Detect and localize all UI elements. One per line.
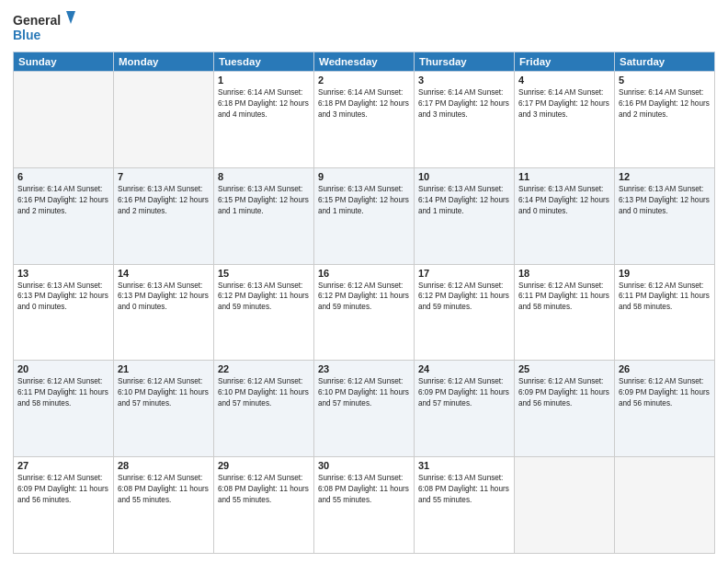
day-info: Sunrise: 6:13 AM Sunset: 6:08 PM Dayligh… [418, 473, 510, 506]
calendar-day-header: Sunday [14, 52, 114, 72]
day-info: Sunrise: 6:12 AM Sunset: 6:08 PM Dayligh… [118, 473, 210, 506]
day-info: Sunrise: 6:12 AM Sunset: 6:10 PM Dayligh… [118, 376, 210, 409]
page-header: General Blue [13, 9, 715, 46]
calendar-day-cell: 26Sunrise: 6:12 AM Sunset: 6:09 PM Dayli… [615, 361, 715, 457]
day-info: Sunrise: 6:13 AM Sunset: 6:16 PM Dayligh… [118, 184, 210, 217]
calendar-week-row: 20Sunrise: 6:12 AM Sunset: 6:11 PM Dayli… [14, 361, 715, 457]
day-info: Sunrise: 6:13 AM Sunset: 6:15 PM Dayligh… [218, 184, 310, 217]
calendar-day-cell: 11Sunrise: 6:13 AM Sunset: 6:14 PM Dayli… [515, 167, 615, 264]
day-info: Sunrise: 6:12 AM Sunset: 6:11 PM Dayligh… [17, 376, 109, 409]
day-info: Sunrise: 6:14 AM Sunset: 6:18 PM Dayligh… [218, 87, 310, 121]
day-number: 29 [218, 460, 310, 471]
calendar-day-cell: 14Sunrise: 6:13 AM Sunset: 6:13 PM Dayli… [114, 264, 214, 361]
day-number: 17 [418, 268, 510, 279]
day-number: 27 [17, 460, 109, 471]
calendar-day-cell [615, 457, 715, 554]
calendar-day-cell: 28Sunrise: 6:12 AM Sunset: 6:08 PM Dayli… [114, 457, 214, 554]
day-number: 12 [619, 171, 711, 182]
calendar-day-cell: 23Sunrise: 6:12 AM Sunset: 6:10 PM Dayli… [314, 361, 415, 457]
day-info: Sunrise: 6:12 AM Sunset: 6:11 PM Dayligh… [619, 281, 711, 314]
calendar-day-cell: 1Sunrise: 6:14 AM Sunset: 6:18 PM Daylig… [214, 72, 314, 168]
svg-marker-2 [66, 11, 75, 24]
svg-text:General: General [13, 13, 61, 28]
day-number: 28 [118, 460, 210, 471]
calendar-day-header: Saturday [615, 52, 715, 72]
day-info: Sunrise: 6:12 AM Sunset: 6:08 PM Dayligh… [218, 473, 310, 506]
day-info: Sunrise: 6:14 AM Sunset: 6:17 PM Dayligh… [518, 87, 610, 121]
calendar-day-cell: 24Sunrise: 6:12 AM Sunset: 6:09 PM Dayli… [415, 361, 515, 457]
calendar-day-cell: 5Sunrise: 6:14 AM Sunset: 6:16 PM Daylig… [615, 72, 715, 168]
day-number: 7 [118, 171, 210, 182]
day-number: 30 [318, 460, 410, 471]
calendar-day-cell: 2Sunrise: 6:14 AM Sunset: 6:18 PM Daylig… [314, 72, 415, 168]
day-number: 5 [619, 75, 711, 86]
day-number: 3 [418, 75, 510, 86]
logo: General Blue [13, 9, 77, 46]
calendar-week-row: 1Sunrise: 6:14 AM Sunset: 6:18 PM Daylig… [14, 72, 715, 168]
calendar-day-cell: 13Sunrise: 6:13 AM Sunset: 6:13 PM Dayli… [14, 264, 114, 361]
day-number: 6 [17, 171, 109, 182]
day-number: 4 [518, 75, 610, 86]
calendar-day-header: Friday [515, 52, 615, 72]
day-number: 2 [318, 75, 410, 86]
calendar-day-cell: 17Sunrise: 6:12 AM Sunset: 6:12 PM Dayli… [415, 264, 515, 361]
day-info: Sunrise: 6:13 AM Sunset: 6:13 PM Dayligh… [619, 184, 711, 217]
day-number: 23 [318, 363, 410, 374]
calendar-header-row: SundayMondayTuesdayWednesdayThursdayFrid… [14, 52, 715, 72]
day-info: Sunrise: 6:12 AM Sunset: 6:09 PM Dayligh… [17, 473, 109, 506]
logo-svg: General Blue [13, 9, 77, 46]
day-number: 9 [318, 171, 410, 182]
calendar-day-cell: 18Sunrise: 6:12 AM Sunset: 6:11 PM Dayli… [515, 264, 615, 361]
day-info: Sunrise: 6:12 AM Sunset: 6:09 PM Dayligh… [418, 376, 510, 409]
day-number: 25 [518, 363, 610, 374]
day-info: Sunrise: 6:13 AM Sunset: 6:15 PM Dayligh… [318, 184, 410, 217]
day-info: Sunrise: 6:13 AM Sunset: 6:14 PM Dayligh… [418, 184, 510, 217]
day-number: 16 [318, 268, 410, 279]
day-info: Sunrise: 6:12 AM Sunset: 6:12 PM Dayligh… [318, 281, 410, 314]
calendar-day-cell: 22Sunrise: 6:12 AM Sunset: 6:10 PM Dayli… [214, 361, 314, 457]
calendar-day-cell: 29Sunrise: 6:12 AM Sunset: 6:08 PM Dayli… [214, 457, 314, 554]
day-number: 1 [218, 75, 310, 86]
day-number: 22 [218, 363, 310, 374]
calendar-day-cell: 16Sunrise: 6:12 AM Sunset: 6:12 PM Dayli… [314, 264, 415, 361]
svg-text:Blue: Blue [13, 28, 41, 42]
calendar-week-row: 27Sunrise: 6:12 AM Sunset: 6:09 PM Dayli… [14, 457, 715, 554]
calendar-day-cell: 4Sunrise: 6:14 AM Sunset: 6:17 PM Daylig… [515, 72, 615, 168]
day-info: Sunrise: 6:13 AM Sunset: 6:13 PM Dayligh… [118, 281, 210, 314]
day-info: Sunrise: 6:12 AM Sunset: 6:10 PM Dayligh… [218, 376, 310, 409]
calendar-table: SundayMondayTuesdayWednesdayThursdayFrid… [13, 52, 715, 554]
calendar-day-cell: 3Sunrise: 6:14 AM Sunset: 6:17 PM Daylig… [415, 72, 515, 168]
calendar-day-cell [14, 72, 114, 168]
day-number: 24 [418, 363, 510, 374]
calendar-day-cell: 8Sunrise: 6:13 AM Sunset: 6:15 PM Daylig… [214, 167, 314, 264]
day-info: Sunrise: 6:14 AM Sunset: 6:17 PM Dayligh… [418, 87, 510, 121]
calendar-week-row: 6Sunrise: 6:14 AM Sunset: 6:16 PM Daylig… [14, 167, 715, 264]
day-number: 14 [118, 268, 210, 279]
calendar-day-cell: 15Sunrise: 6:13 AM Sunset: 6:12 PM Dayli… [214, 264, 314, 361]
day-number: 18 [518, 268, 610, 279]
day-info: Sunrise: 6:12 AM Sunset: 6:10 PM Dayligh… [318, 376, 410, 409]
day-number: 15 [218, 268, 310, 279]
calendar-day-cell: 21Sunrise: 6:12 AM Sunset: 6:10 PM Dayli… [114, 361, 214, 457]
day-info: Sunrise: 6:13 AM Sunset: 6:12 PM Dayligh… [218, 281, 310, 314]
day-number: 8 [218, 171, 310, 182]
day-info: Sunrise: 6:14 AM Sunset: 6:16 PM Dayligh… [17, 184, 109, 217]
calendar-day-cell: 30Sunrise: 6:13 AM Sunset: 6:08 PM Dayli… [314, 457, 415, 554]
day-info: Sunrise: 6:13 AM Sunset: 6:14 PM Dayligh… [518, 184, 610, 217]
calendar-day-cell [515, 457, 615, 554]
calendar-day-header: Monday [114, 52, 214, 72]
day-number: 19 [619, 268, 711, 279]
calendar-day-cell: 12Sunrise: 6:13 AM Sunset: 6:13 PM Dayli… [615, 167, 715, 264]
calendar-day-cell: 25Sunrise: 6:12 AM Sunset: 6:09 PM Dayli… [515, 361, 615, 457]
day-info: Sunrise: 6:12 AM Sunset: 6:09 PM Dayligh… [619, 376, 711, 409]
calendar-day-cell: 6Sunrise: 6:14 AM Sunset: 6:16 PM Daylig… [14, 167, 114, 264]
calendar-day-cell: 10Sunrise: 6:13 AM Sunset: 6:14 PM Dayli… [415, 167, 515, 264]
day-number: 26 [619, 363, 711, 374]
calendar-day-header: Tuesday [214, 52, 314, 72]
calendar-day-cell: 7Sunrise: 6:13 AM Sunset: 6:16 PM Daylig… [114, 167, 214, 264]
day-number: 21 [118, 363, 210, 374]
calendar-day-cell: 27Sunrise: 6:12 AM Sunset: 6:09 PM Dayli… [14, 457, 114, 554]
day-info: Sunrise: 6:12 AM Sunset: 6:11 PM Dayligh… [518, 281, 610, 314]
day-info: Sunrise: 6:14 AM Sunset: 6:16 PM Dayligh… [619, 87, 711, 121]
calendar-day-cell: 20Sunrise: 6:12 AM Sunset: 6:11 PM Dayli… [14, 361, 114, 457]
